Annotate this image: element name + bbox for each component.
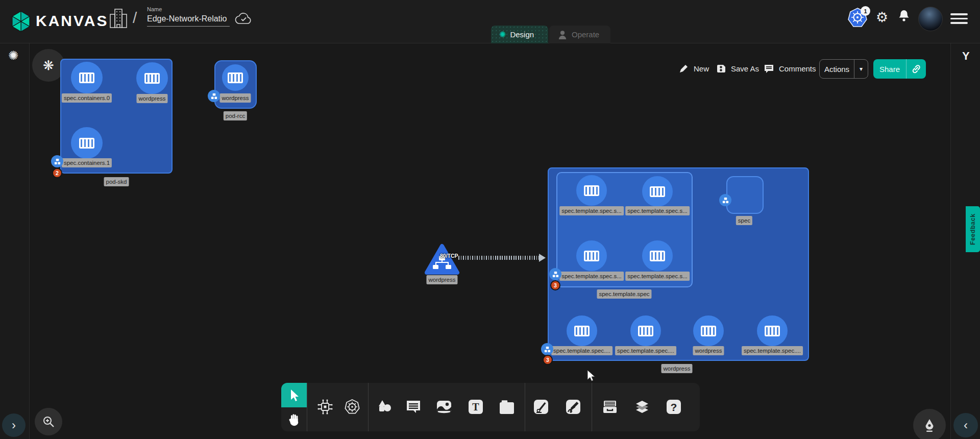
link-icon[interactable] (911, 64, 921, 74)
issue-count-badge[interactable]: 3 (543, 355, 553, 365)
select-tool-button[interactable] (281, 383, 307, 407)
hamburger-menu-icon[interactable] (950, 13, 968, 27)
expand-left-panel-button[interactable]: › (2, 413, 26, 437)
node-container[interactable] (642, 240, 673, 271)
layers-tool-icon[interactable] (633, 398, 651, 416)
settings-gear-icon[interactable]: ⚙ (876, 9, 888, 26)
group-label-pod-skd: pod-skd (104, 177, 129, 186)
node-container[interactable] (757, 315, 788, 346)
magnifier-plus-icon (41, 414, 56, 429)
svg-text:T: T (472, 401, 479, 412)
design-name-input[interactable] (147, 14, 230, 27)
pencil-icon (679, 63, 689, 74)
kanvas-logo-text[interactable]: KANVAS (36, 12, 108, 30)
container-icon (584, 251, 599, 261)
svg-text:?: ? (671, 401, 677, 413)
feedback-tab[interactable]: Feedback (966, 206, 980, 252)
actions-dropdown-button[interactable]: Actions ▾ (819, 59, 868, 79)
pod-badge-icon[interactable] (541, 343, 553, 355)
node-label: wordpress (136, 94, 167, 103)
image-tool-icon[interactable] (435, 398, 453, 416)
chevron-left-icon: ‹ (964, 418, 968, 432)
hand-icon (287, 412, 301, 427)
kubernetes-tool-icon[interactable] (343, 398, 361, 416)
comments-button-label: Comments (779, 64, 816, 73)
design-tab-label: Design (510, 30, 534, 39)
node-container[interactable] (576, 240, 607, 271)
new-button-label: New (694, 64, 709, 73)
notifications-bell-icon[interactable] (897, 9, 911, 24)
meshery-spinner-icon[interactable]: ✺ (8, 48, 18, 63)
collapse-right-panel-button[interactable]: ‹ (953, 413, 978, 437)
organization-icon[interactable] (108, 7, 129, 30)
operate-tab-icon (557, 29, 568, 40)
kubernetes-count-badge: 1 (861, 6, 870, 16)
drawer-tool-icon[interactable] (601, 398, 619, 416)
caret-down-icon[interactable]: ▾ (854, 65, 868, 72)
user-avatar[interactable] (918, 7, 943, 31)
cloud-saved-icon (235, 12, 252, 26)
sticky-note-tool-icon[interactable] (498, 398, 516, 416)
kanvas-logo-icon[interactable] (9, 10, 33, 33)
toolbar-divider (307, 383, 307, 431)
container-icon (228, 72, 243, 83)
right-panel-handle-icon[interactable]: Y (962, 50, 970, 63)
shapes-tool-icon[interactable] (375, 398, 394, 416)
issue-count-badge[interactable]: 3 (550, 280, 560, 290)
node-container[interactable] (576, 175, 607, 206)
pod-badge-icon[interactable] (549, 268, 561, 280)
design-tab-icon: ✺ (499, 31, 506, 39)
container-icon (765, 326, 780, 336)
save-as-button[interactable]: Save As (716, 63, 759, 74)
tab-operate[interactable]: Operate (549, 26, 610, 43)
pod-badge-icon[interactable] (51, 155, 63, 167)
pen-path-tool-icon[interactable] (532, 398, 550, 416)
toolbar-divider (525, 383, 525, 431)
edge-service-to-deployment (458, 256, 540, 260)
node-spec-containers-0[interactable] (71, 62, 103, 93)
share-button-label: Share (873, 65, 906, 74)
design-name-label: Name (147, 6, 162, 12)
node-label: spec.template.spec.... (615, 346, 676, 355)
comment-tool-icon[interactable] (404, 398, 423, 416)
node-container[interactable] (630, 315, 661, 346)
pod-badge-icon[interactable] (208, 90, 220, 102)
save-icon (716, 63, 726, 74)
operate-tab-label: Operate (572, 30, 599, 39)
freehand-draw-tool-icon[interactable] (564, 398, 582, 416)
node-spec-containers-1[interactable] (71, 127, 103, 159)
node-spec[interactable] (726, 176, 764, 214)
mouse-cursor (586, 370, 597, 383)
kanvas-app: KANVAS / Name ✺ Design Operat (0, 0, 980, 439)
pen-nib-icon (922, 418, 937, 433)
container-icon (701, 326, 716, 336)
header-bar: KANVAS / Name ✺ Design Operat (0, 0, 980, 43)
node-label: spec.template.spec.... (742, 346, 803, 355)
components-tool-icon[interactable] (316, 398, 334, 416)
new-button[interactable]: New (679, 63, 709, 74)
node-label: spec.containers.0 (62, 93, 112, 103)
design-mode-pen-button[interactable] (913, 409, 946, 439)
issue-count-badge[interactable]: 2 (52, 168, 62, 178)
node-wordpress-service[interactable] (424, 243, 460, 276)
zoom-in-button[interactable] (35, 408, 62, 435)
node-wordpress-container[interactable] (222, 64, 249, 91)
node-container[interactable] (642, 176, 673, 207)
group-label-spec-template-spec: spec.template.spec (597, 289, 651, 299)
pod-badge-icon[interactable] (719, 194, 731, 206)
text-tool-icon[interactable]: T (467, 398, 485, 416)
node-wordpress-container[interactable] (693, 315, 724, 346)
node-container[interactable] (567, 315, 597, 346)
node-label: spec.containers.1 (62, 158, 112, 167)
cursor-arrow-icon (287, 388, 301, 402)
tab-design[interactable]: ✺ Design (491, 26, 548, 43)
container-icon (584, 185, 599, 196)
comments-button[interactable]: Comments (764, 63, 816, 74)
container-icon (638, 326, 653, 336)
save-as-button-label: Save As (731, 64, 759, 73)
help-tool-icon[interactable]: ? (665, 398, 683, 416)
container-icon (650, 251, 665, 261)
node-wordpress-container[interactable] (136, 62, 168, 94)
share-button[interactable]: Share (873, 59, 926, 79)
pan-tool-button[interactable] (281, 407, 307, 431)
